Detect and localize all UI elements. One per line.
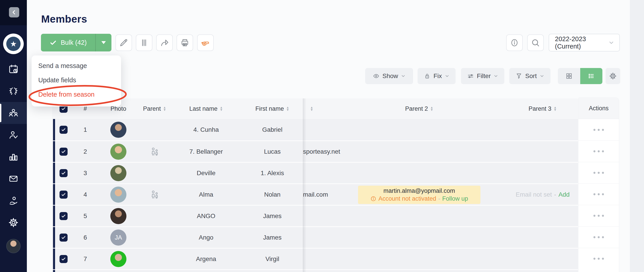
grid-view-button[interactable] <box>558 68 580 84</box>
sidebar-collapse-button[interactable] <box>9 7 19 18</box>
sidebar-item-settings[interactable] <box>0 212 27 234</box>
chevron-down-icon <box>540 74 544 78</box>
first-name-cell: Lucas <box>239 141 306 162</box>
avatar-photo <box>110 186 126 203</box>
row-checkbox[interactable] <box>60 169 68 177</box>
club-logo[interactable]: ★ <box>3 34 24 54</box>
column-header-parent1-clipped[interactable]: ▲▼ <box>307 98 316 119</box>
add-email-link[interactable]: Add <box>558 191 570 198</box>
sort-icon[interactable]: ▲▼ <box>163 106 166 111</box>
bulk-button-label: Bulk (42) <box>61 39 86 46</box>
row-actions-button[interactable] <box>578 248 619 269</box>
table-row[interactable]: 14. CunhaGabriel <box>52 119 578 140</box>
row-number: 3 <box>78 162 92 184</box>
sidebar-item-coaching[interactable] <box>0 190 27 212</box>
parent1-email-clipped: sporteasy.net <box>303 141 357 162</box>
bulk-dropdown-toggle[interactable] <box>95 34 112 52</box>
avatar-photo <box>110 165 126 181</box>
row-actions-button[interactable] <box>578 119 619 140</box>
bulk-dropdown-menu: Send a message Update fields Delete from… <box>32 56 121 106</box>
show-dropdown[interactable]: Show <box>365 68 413 84</box>
info-button[interactable] <box>506 34 523 51</box>
row-checkbox[interactable] <box>60 255 68 263</box>
share-button[interactable] <box>156 34 173 51</box>
row-actions-button[interactable] <box>578 226 619 248</box>
ellipsis-icon <box>594 236 596 238</box>
sidebar-item-statistics[interactable] <box>0 146 27 168</box>
table-header-row: # Photo Parent▲▼ Last name▲▼ First name▲… <box>52 98 578 119</box>
fix-dropdown[interactable]: Fix <box>418 68 456 84</box>
row-number: 6 <box>78 227 92 248</box>
lock-icon <box>424 72 431 80</box>
sidebar-item-calendar[interactable] <box>0 58 27 80</box>
parents-icon <box>150 146 160 157</box>
ellipsis-icon <box>598 150 600 152</box>
row-checkbox[interactable] <box>60 212 68 220</box>
fixed-columns-shadow <box>303 98 306 272</box>
sort-icon[interactable]: ▲▼ <box>286 106 289 111</box>
pencil-icon <box>119 38 128 48</box>
row-actions-button[interactable] <box>578 184 619 205</box>
edit-button[interactable] <box>116 34 132 51</box>
season-selector-value: 2022-2023 (Current) <box>555 35 608 50</box>
menu-item-update-fields[interactable]: Update fields <box>32 73 121 87</box>
row-checkbox[interactable] <box>60 126 68 134</box>
row-actions-button[interactable] <box>578 205 619 226</box>
menu-item-delete-from-season[interactable]: Delete from season <box>32 87 121 102</box>
sidebar-item-messages[interactable] <box>0 168 27 190</box>
sidebar-item-competitions[interactable] <box>0 80 27 102</box>
follow-up-link[interactable]: Follow up <box>442 195 468 202</box>
table-row[interactable]: 27. BellangerLucassporteasy.net <box>52 140 578 162</box>
ellipsis-icon <box>602 150 604 152</box>
table-row[interactable]: 4AlmaNolanmail.commartin.alma@yopmail.co… <box>52 184 578 205</box>
row-checkbox[interactable] <box>60 234 68 242</box>
menu-item-send-message[interactable]: Send a message <box>32 58 121 73</box>
table-row[interactable]: 5ANGOJames <box>52 205 578 226</box>
column-header-parent2[interactable]: Parent 2▲▼ <box>358 98 480 119</box>
bulk-split-button[interactable]: Bulk (42) <box>41 34 112 52</box>
share-icon <box>160 38 169 48</box>
filter-dropdown[interactable]: Filter <box>461 68 504 84</box>
column-header-first-name[interactable]: First name▲▼ <box>239 98 306 119</box>
row-actions-button[interactable] <box>578 162 619 184</box>
user-avatar[interactable] <box>6 239 20 253</box>
column-header-parent3[interactable]: Parent 3▲▼ <box>494 98 578 119</box>
sort-dropdown[interactable]: Sort <box>509 68 550 84</box>
referee-button[interactable] <box>197 34 214 51</box>
table-row[interactable]: 7ArgenaVirgil <box>52 248 578 269</box>
column-header-parent[interactable]: Parent▲▼ <box>139 98 170 119</box>
sort-icon[interactable]: ▲▼ <box>554 106 557 111</box>
table-row[interactable]: 6JAAngoJames <box>52 226 578 248</box>
sort-icon[interactable]: ▲▼ <box>430 106 434 111</box>
actions-column: Actions <box>578 98 619 272</box>
row-checkbox[interactable] <box>60 190 68 199</box>
first-name-cell: Virgil <box>239 248 306 269</box>
columns-button[interactable] <box>136 34 152 51</box>
row-actions-button[interactable] <box>578 140 619 162</box>
ellipsis-icon <box>594 129 596 131</box>
table-settings-button[interactable] <box>606 68 620 84</box>
bulk-button-main[interactable]: Bulk (42) <box>41 39 95 46</box>
chevron-down-icon <box>444 74 450 78</box>
funnel-icon <box>515 72 522 80</box>
view-toggle <box>558 68 602 84</box>
table-row[interactable]: 3Deville1. Alexis <box>52 162 578 184</box>
account-status-text: Account not activated <box>378 195 436 202</box>
sidebar-item-attendance[interactable] <box>0 124 27 146</box>
whistle-icon <box>201 38 210 48</box>
search-button[interactable] <box>527 34 544 51</box>
parent1-email-clipped: mail.com <box>303 184 357 205</box>
sort-icon[interactable]: ▲▼ <box>310 106 313 111</box>
sidebar-nav <box>0 58 27 234</box>
person-check-icon <box>8 130 19 140</box>
sort-icon[interactable]: ▲▼ <box>220 106 223 111</box>
caret-down-icon <box>101 41 106 44</box>
list-view-button[interactable] <box>580 68 602 84</box>
check-icon <box>50 39 57 46</box>
sidebar-item-members[interactable] <box>0 102 27 124</box>
row-checkbox[interactable] <box>60 148 68 156</box>
season-selector[interactable]: 2022-2023 (Current) <box>549 34 620 52</box>
parent2-warning-badge: martin.alma@yopmail.comAccount not activ… <box>358 186 480 204</box>
column-header-last-name[interactable]: Last name▲▼ <box>170 98 242 119</box>
print-button[interactable] <box>176 34 193 51</box>
